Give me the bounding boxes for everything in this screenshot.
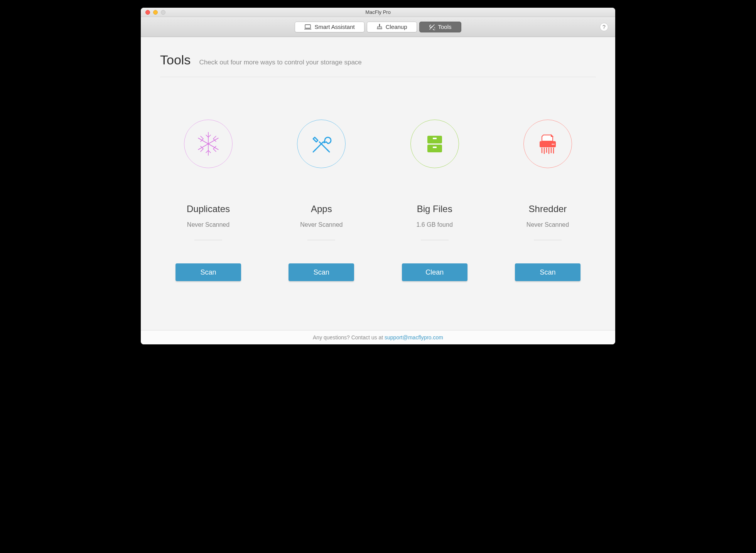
footer: Any questions? Contact us at support@mac…	[141, 330, 615, 344]
svg-rect-10	[427, 145, 442, 152]
drawer-icon	[410, 120, 459, 168]
svg-rect-0	[305, 25, 310, 28]
clean-button[interactable]: Clean	[402, 263, 467, 281]
tool-card-apps: Apps Never Scanned Scan	[273, 120, 370, 319]
help-button[interactable]: ?	[600, 23, 608, 31]
tab-label: Tools	[438, 24, 452, 30]
svg-rect-9	[427, 136, 442, 143]
content-area: Tools Check out four more ways to contro…	[141, 37, 615, 330]
scan-button[interactable]: Scan	[515, 263, 580, 281]
laptop-icon	[304, 24, 311, 30]
tool-title: Duplicates	[187, 204, 230, 214]
toolbar: Smart Assistant Cleanup	[141, 17, 615, 37]
broom-icon	[376, 24, 383, 30]
svg-rect-12	[433, 147, 437, 148]
minimize-window-button[interactable]	[153, 10, 158, 15]
page-header: Tools Check out four more ways to contro…	[160, 52, 596, 77]
tools-grid: Duplicates Never Scanned Scan	[160, 77, 596, 319]
shredder-icon	[523, 120, 572, 168]
titlebar: MacFly Pro	[141, 8, 615, 17]
app-window: MacFly Pro Smart Assistant	[141, 8, 615, 344]
tool-title: Apps	[311, 204, 332, 214]
snowflake-icon	[184, 120, 233, 168]
tool-card-big-files: Big Files 1.6 GB found Clean	[386, 120, 483, 319]
svg-point-15	[553, 144, 554, 145]
page-subtitle: Check out four more ways to control your…	[199, 59, 361, 66]
tool-title: Big Files	[417, 204, 452, 214]
tab-cleanup[interactable]: Cleanup	[367, 22, 417, 32]
tab-bar: Smart Assistant Cleanup	[295, 22, 461, 32]
help-icon: ?	[602, 24, 606, 30]
close-window-button[interactable]	[145, 10, 150, 15]
tool-card-duplicates: Duplicates Never Scanned Scan	[160, 120, 256, 319]
tool-status: Never Scanned	[300, 221, 343, 228]
svg-point-14	[552, 144, 553, 145]
wrench-icon	[429, 24, 435, 30]
zoom-window-button[interactable]	[161, 10, 165, 15]
window-controls	[141, 10, 165, 15]
scan-button[interactable]: Scan	[289, 263, 354, 281]
tab-label: Smart Assistant	[314, 24, 354, 30]
support-link[interactable]: support@macflypro.com	[385, 334, 443, 341]
tool-card-shredder: Shredder Never Scanned Scan	[500, 120, 596, 319]
divider	[307, 240, 335, 240]
tool-status: Never Scanned	[526, 221, 569, 228]
tab-tools[interactable]: Tools	[419, 22, 461, 32]
tool-status: 1.6 GB found	[417, 221, 453, 228]
scan-button[interactable]: Scan	[176, 263, 241, 281]
tab-smart-assistant[interactable]: Smart Assistant	[295, 22, 364, 32]
tab-label: Cleanup	[386, 24, 407, 30]
footer-text: Any questions? Contact us at	[313, 334, 385, 341]
divider	[534, 240, 562, 240]
tool-status: Never Scanned	[187, 221, 230, 228]
window-title: MacFly Pro	[141, 9, 615, 15]
svg-rect-11	[433, 138, 437, 139]
divider	[421, 240, 449, 240]
divider	[194, 240, 222, 240]
svg-rect-2	[379, 24, 380, 27]
tool-title: Shredder	[529, 204, 567, 214]
page-title: Tools	[160, 52, 191, 67]
tools-icon	[297, 120, 346, 168]
